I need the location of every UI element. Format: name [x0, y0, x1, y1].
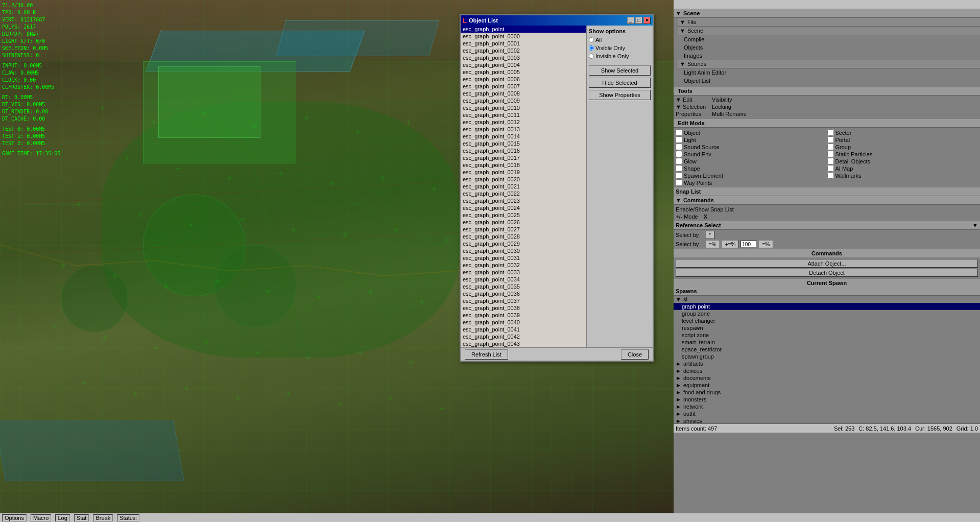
- obj-item-23[interactable]: esc_graph_point_0022: [461, 190, 586, 197]
- spawn-script-zone[interactable]: script zone: [674, 331, 980, 339]
- objects-item[interactable]: Objects: [678, 43, 980, 52]
- spawn-level-changer[interactable]: level changer: [674, 317, 980, 324]
- attach-object-btn[interactable]: Attach Object...: [676, 259, 978, 268]
- obj-item-38[interactable]: esc_graph_point_0037: [461, 297, 586, 304]
- enable-snap-list-item[interactable]: Enable/Show Snap List: [676, 206, 978, 213]
- status-macro[interactable]: Macro: [31, 514, 52, 521]
- cb-light-input[interactable]: [676, 136, 682, 143]
- scene-section-header[interactable]: ▼ Scene: [674, 9, 980, 18]
- radio-all-input[interactable]: [589, 37, 594, 42]
- cb-ai-map-input[interactable]: [827, 165, 834, 172]
- obj-item-43[interactable]: esc_graph_point_0042: [461, 333, 586, 340]
- spawn-smart-terrain[interactable]: smart_terrain: [674, 339, 980, 346]
- obj-item-11[interactable]: esc_graph_point_0010: [461, 104, 586, 111]
- obj-item-34[interactable]: esc_graph_point_0033: [461, 269, 586, 276]
- spawn-equipment[interactable]: ► equipment: [674, 382, 980, 389]
- radio-invisible-only[interactable]: Invisible Only: [589, 53, 651, 59]
- select-plus-btn[interactable]: +=%: [722, 240, 739, 248]
- obj-item-32[interactable]: esc_graph_point_0031: [461, 254, 586, 262]
- spawn-documents[interactable]: ► documents: [674, 374, 980, 382]
- cb-shape[interactable]: Shape: [676, 165, 827, 172]
- spawn-graph-point[interactable]: graph point: [674, 303, 980, 310]
- obj-item-1[interactable]: esc_graph_point_0000: [461, 33, 586, 40]
- obj-item-5[interactable]: esc_graph_point_0004: [461, 61, 586, 68]
- properties-label[interactable]: Properties: [676, 111, 709, 117]
- refresh-list-btn[interactable]: Refresh List: [465, 349, 508, 360]
- cb-sound-source-input[interactable]: [676, 144, 682, 150]
- cb-sector[interactable]: Sector: [827, 129, 978, 136]
- obj-item-8[interactable]: esc_graph_point_0007: [461, 83, 586, 90]
- radio-visible-input[interactable]: [589, 45, 594, 51]
- images-item[interactable]: Images: [678, 52, 980, 60]
- cb-way-points-input[interactable]: [676, 179, 682, 186]
- cb-group-input[interactable]: [827, 144, 834, 150]
- status-options[interactable]: Options: [2, 514, 27, 521]
- status-stat[interactable]: Stat: [74, 514, 89, 521]
- obj-item-26[interactable]: esc_graph_point_0025: [461, 211, 586, 219]
- hide-selected-btn[interactable]: Hide Selected: [589, 78, 651, 88]
- spawns-header[interactable]: Spawns: [674, 287, 980, 296]
- cb-detail-objects-input[interactable]: [827, 158, 834, 164]
- obj-item-0[interactable]: esc_graph_point: [461, 26, 586, 33]
- obj-item-25[interactable]: esc_graph_point_0024: [461, 204, 586, 211]
- obj-item-16[interactable]: esc_graph_point_0015: [461, 140, 586, 147]
- select-by-1-btn[interactable]: *: [705, 231, 714, 239]
- cb-ai-map[interactable]: AI Map: [827, 165, 978, 172]
- obj-item-41[interactable]: esc_graph_point_0040: [461, 319, 586, 326]
- obj-item-39[interactable]: esc_graph_point_0038: [461, 304, 586, 312]
- select-pct2-btn[interactable]: =%: [758, 240, 773, 248]
- multi-rename-label[interactable]: Multi Rename: [709, 111, 750, 117]
- obj-item-42[interactable]: esc_graph_point_0041: [461, 326, 586, 333]
- spawn-respawn[interactable]: respawn: [674, 324, 980, 331]
- obj-item-13[interactable]: esc_graph_point_0012: [461, 118, 586, 126]
- cb-wallmarks-input[interactable]: [827, 172, 834, 179]
- radio-visible-only[interactable]: Visible Only: [589, 45, 651, 51]
- reference-select-dropdown-icon[interactable]: ▼: [972, 222, 978, 228]
- object-list-item[interactable]: Object List: [678, 77, 980, 85]
- spawn-si[interactable]: ▼ si: [674, 296, 980, 303]
- cb-way-points[interactable]: Way Points: [676, 179, 827, 186]
- cb-sound-env-input[interactable]: [676, 151, 682, 157]
- spawn-artifacts[interactable]: ► artifacts: [674, 360, 980, 367]
- cb-spawn-element-input[interactable]: [676, 172, 682, 179]
- cb-static-particles[interactable]: Static Particles: [827, 151, 978, 157]
- obj-item-27[interactable]: esc_graph_point_0026: [461, 219, 586, 226]
- obj-item-44[interactable]: esc_graph_point_0043: [461, 340, 586, 347]
- cb-glow[interactable]: Glow: [676, 158, 827, 164]
- radio-all[interactable]: All: [589, 37, 651, 43]
- obj-item-30[interactable]: esc_graph_point_0029: [461, 240, 586, 247]
- obj-item-19[interactable]: esc_graph_point_0018: [461, 161, 586, 169]
- cb-portal-input[interactable]: [827, 136, 834, 143]
- obj-item-24[interactable]: esc_graph_point_0023: [461, 197, 586, 204]
- spawn-physics[interactable]: ► physics: [674, 417, 980, 423]
- obj-item-20[interactable]: esc_graph_point_0019: [461, 169, 586, 176]
- cb-wallmarks[interactable]: Wallmarks: [827, 172, 978, 179]
- dialog-minimize-btn[interactable]: _: [627, 17, 634, 24]
- cb-light[interactable]: Light: [676, 136, 827, 143]
- obj-item-2[interactable]: esc_graph_point_0001: [461, 40, 586, 47]
- spawn-spawn-group[interactable]: spawn group: [674, 353, 980, 360]
- file-section-header[interactable]: ▼ File: [678, 18, 980, 27]
- obj-item-31[interactable]: esc_graph_point_0030: [461, 247, 586, 254]
- cb-group[interactable]: Group: [827, 144, 978, 150]
- scene2-section-header[interactable]: ▼ Scene: [678, 27, 980, 35]
- detach-object-btn[interactable]: Detach Object: [676, 269, 978, 277]
- select-pct-btn[interactable]: =%: [705, 240, 720, 248]
- spawn-food-and-drugs[interactable]: ► food and drugs: [674, 389, 980, 396]
- radio-invisible-input[interactable]: [589, 54, 594, 59]
- obj-item-35[interactable]: esc_graph_point_0034: [461, 276, 586, 283]
- spawn-space-restrictor[interactable]: space_restrictor: [674, 346, 980, 353]
- obj-item-12[interactable]: esc_graph_point_0011: [461, 111, 586, 118]
- obj-item-9[interactable]: esc_graph_point_0008: [461, 90, 586, 97]
- reference-select-header[interactable]: Reference Select ▼: [674, 221, 980, 230]
- spawn-monsters[interactable]: ► monsters: [674, 396, 980, 403]
- obj-item-3[interactable]: esc_graph_point_0002: [461, 47, 586, 54]
- locking-label[interactable]: Locking: [709, 104, 734, 110]
- spawn-group-zone[interactable]: group zone: [674, 310, 980, 317]
- cb-object-input[interactable]: [676, 129, 682, 136]
- commands-header[interactable]: ▼ Commands: [674, 196, 980, 205]
- object-list-items[interactable]: esc_graph_pointesc_graph_point_0000esc_g…: [461, 26, 586, 347]
- obj-item-7[interactable]: esc_graph_point_0006: [461, 76, 586, 83]
- obj-item-29[interactable]: esc_graph_point_0028: [461, 233, 586, 240]
- obj-item-4[interactable]: esc_graph_point_0003: [461, 54, 586, 61]
